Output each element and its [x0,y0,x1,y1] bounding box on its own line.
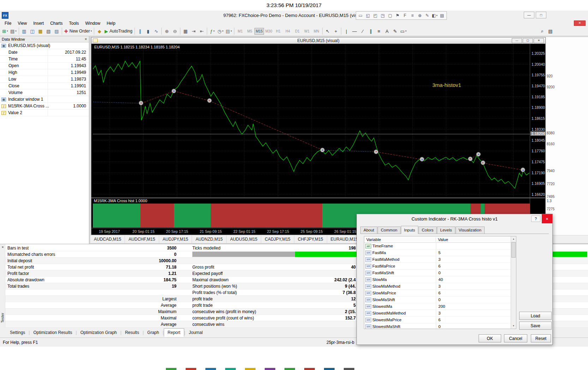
grid-value[interactable] [436,243,516,249]
templates-button[interactable]: ▤▾ [224,27,233,35]
terminal-button[interactable]: ▧ [44,27,53,35]
timeframe-d1-button[interactable]: D1 [293,28,302,35]
dialog-tab-about[interactable]: About [360,227,377,234]
symbol-tab-cadjpy[interactable]: CADJPY,M15 [261,235,294,243]
eyedropper-icon[interactable]: ✎ [424,12,431,19]
tester-tab-report[interactable]: Report [164,328,184,337]
dialog-tab-inputs[interactable]: Inputs [401,226,418,234]
find-symbol-button[interactable]: ⌕ [538,27,546,35]
grid-value[interactable]: 3 [436,310,516,316]
scroll-down-button[interactable]: ▼ [511,323,516,329]
grid-header[interactable]: Variable Value [364,236,516,243]
fibonacci-button[interactable]: ≡ [375,27,383,35]
help-button[interactable]: ? [531,216,540,222]
symbol-tab-audcad[interactable]: AUDCAD,M15 [90,235,125,243]
window-cascade-icon[interactable]: ◱ [364,12,372,19]
ok-button[interactable]: OK [479,334,501,342]
taskbar-item[interactable] [205,368,216,370]
cursor-button[interactable]: ↖ [324,27,332,35]
grid-value[interactable]: 3 [436,283,516,289]
grid-value[interactable]: 40 [436,276,516,283]
candlestick-chart-button[interactable]: ▮ [144,27,152,35]
grid-value[interactable]: 200 [436,303,516,310]
chart-plot[interactable]: EURUSD,M15 1.18215 1.18234 1.18185 1.182… [93,44,530,198]
price-axis[interactable]: 1.203251.200401.197551.194701.191851.189… [530,44,545,228]
grid-row[interactable]: 123SlowestMaMethod3 [364,310,516,317]
maximize-button[interactable]: □ [536,12,546,18]
grid-value[interactable]: 6 [436,290,516,296]
trendline-button[interactable]: ∕ [359,27,367,35]
indicators-button[interactable]: ƒ▾ [208,27,216,35]
dialog-close-button[interactable]: ✕ [542,214,552,223]
taskbar-item[interactable] [225,368,236,370]
mdi-close-button[interactable]: ✕ [574,20,586,26]
load-button[interactable]: Load [519,312,552,320]
close-icon[interactable]: ✕ [1,245,5,249]
grid-value[interactable]: 6 [436,317,516,323]
tile-horizontal-icon[interactable]: ◰ [372,12,379,19]
cancel-button[interactable]: Cancel [504,334,527,342]
symbol-tab-audusd[interactable]: AUDUSD,M15 [227,235,261,243]
auto-scroll-button[interactable]: ⇥ [190,27,198,35]
grid-row[interactable]: 123SlowMaShift0 [364,296,516,303]
dialog-titlebar[interactable]: Custom Indicator - RK-3MA Cross histo v1… [357,214,552,223]
symbol-row[interactable]: ▦EURUSD,M15 (visual) [0,42,89,49]
menu-view[interactable]: View [14,20,30,26]
frame-icon[interactable]: F [401,12,409,19]
tester-tab-results[interactable]: Results [121,329,143,336]
grid-row[interactable]: abTimeFrame [364,243,516,249]
data-window-button[interactable]: ◫ [28,27,36,35]
taskbar-item[interactable] [186,368,196,370]
line-chart-button[interactable]: ∿ [152,27,160,35]
timeframe-h4-button[interactable]: H4 [283,28,293,35]
symbol-tab-audchf[interactable]: AUDCHF,M15 [125,235,159,243]
symbol-tab-audnzd[interactable]: AUDNZD,M15 [192,235,227,243]
menu-window[interactable]: Window [82,20,104,26]
save-button[interactable]: Save [519,322,552,330]
template-brush-icon[interactable]: ▤ [438,12,446,19]
timeframe-m15-button[interactable]: M15 [254,28,264,35]
grid-scrollbar[interactable]: ▲ ▼ [511,236,516,329]
taskbar-item[interactable] [166,368,176,370]
taskbar-item[interactable] [344,368,354,370]
grid-row[interactable]: 123SlowMa40 [364,276,516,283]
taskbar-item[interactable] [265,368,275,370]
print-button[interactable]: ▤ [546,27,554,35]
close-icon[interactable]: ✕ [84,37,87,41]
grid-value[interactable]: 0 [436,296,516,303]
grid-row[interactable]: 123FastMaMethod3 [364,256,516,263]
dialog-tab-levels[interactable]: Levels [437,227,455,234]
arrow-tool-button[interactable]: ✎ [391,27,399,35]
open-template-icon[interactable]: ▭ [357,12,364,19]
grid-row[interactable]: 123FastMa5 [364,249,516,256]
minimize-button[interactable]: — [524,12,534,18]
menu-insert[interactable]: Insert [30,20,47,26]
object-list-icon[interactable]: ≡ [409,12,416,19]
tester-tab-journal[interactable]: Journal [185,329,206,336]
dialog-tab-common[interactable]: Common [378,227,401,234]
symbol-tab-audjpy[interactable]: AUDJPY,M15 [159,235,192,243]
bar-chart-button[interactable]: ∥ [136,27,144,35]
alert-flag-icon[interactable]: ⚑ [394,12,401,19]
timeframe-h1-button[interactable]: H1 [274,28,283,35]
grid-row[interactable]: 123SlowestMaShift0 [364,323,516,329]
zoom-in-button[interactable]: ⊕ [163,27,171,35]
scroll-thumb[interactable] [511,242,516,258]
chart-close-button[interactable]: ✕ [534,38,544,43]
reset-button[interactable]: Reset [531,334,551,342]
new-order-button[interactable]: ✚New Order▾ [63,27,93,35]
channel-button[interactable]: ∥ [367,27,375,35]
menu-charts[interactable]: Charts [47,20,66,26]
strategy-tester-button[interactable]: ▨ [53,27,61,35]
autotrading-button[interactable]: ▶AutoTrading [103,27,133,35]
grid-value[interactable]: 0 [436,323,516,329]
select-rect-icon[interactable]: ▢ [386,12,394,19]
symbol-tab-chfjpy[interactable]: CHFJPY,M15 [294,235,327,243]
grid-value[interactable]: 6 [436,263,516,269]
taskbar-item[interactable] [304,368,315,370]
grid-row[interactable]: 123SlowestMaPrice6 [364,317,516,323]
variable-column-header[interactable]: Variable [364,237,436,242]
zoom-out-button[interactable]: ⊖ [171,27,179,35]
tester-tab-optimization-graph[interactable]: Optimization Graph [77,329,120,336]
chart-shift-button[interactable]: ⇤ [198,27,206,35]
